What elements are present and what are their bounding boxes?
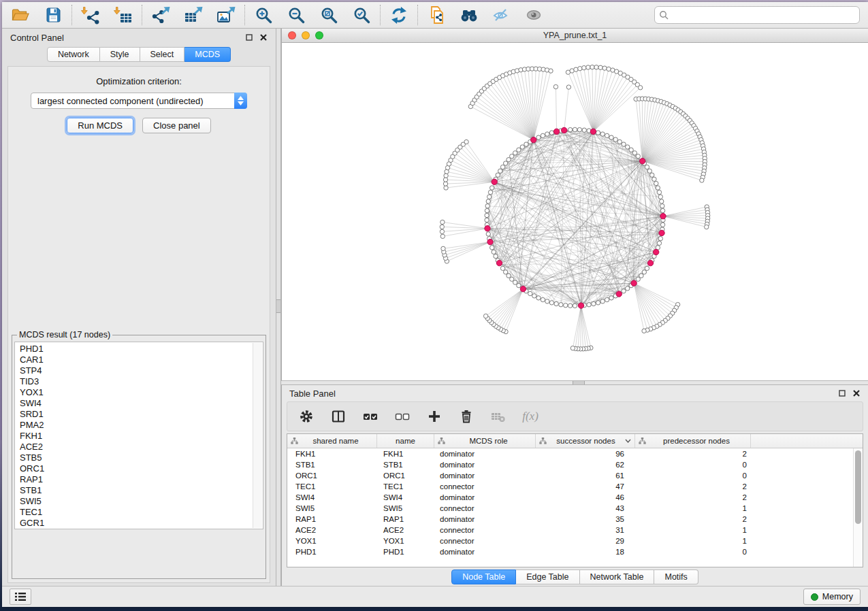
cell-name: SWI5 (377, 503, 434, 514)
hide-selected-button[interactable] (492, 5, 512, 25)
table-row[interactable]: SWI4SWI4dominator462 (287, 492, 863, 503)
mcds-result-item[interactable]: SRD1 (20, 409, 252, 420)
export-table-button[interactable] (183, 5, 204, 25)
toolbar-separator (142, 5, 142, 25)
table-row[interactable]: PHD1PHD1dominator180 (287, 546, 863, 557)
delete-table-button[interactable] (489, 408, 507, 425)
mcds-result-item[interactable]: STB1 (20, 485, 252, 496)
maximize-window-icon[interactable] (315, 31, 323, 39)
close-panel-button[interactable]: Close panel (142, 118, 211, 133)
mcds-result-item[interactable]: TID3 (20, 376, 252, 387)
table-scrollbar[interactable] (853, 448, 863, 567)
table-row[interactable]: RAP1RAP1dominator352 (287, 514, 863, 525)
mcds-result-item[interactable]: ACE2 (20, 442, 252, 452)
column-header-successor-nodes[interactable]: successor nodes (536, 434, 635, 448)
search-input[interactable] (669, 10, 855, 20)
mcds-result-item[interactable]: RAP1 (20, 474, 252, 485)
scrollbar-thumb[interactable] (855, 450, 861, 524)
table-row[interactable]: TEC1TEC1connector472 (287, 481, 863, 492)
float-panel-icon[interactable] (245, 33, 253, 42)
mcds-result-fieldset: MCDS result (17 nodes) PHD1CAR1STP4TID3Y… (12, 330, 266, 579)
task-history-button[interactable] (10, 589, 31, 605)
function-builder-button[interactable]: f(x) (521, 408, 539, 425)
table-settings-button[interactable] (298, 408, 315, 425)
refresh-view-button[interactable] (389, 5, 409, 25)
optimization-criterion-select[interactable]: largest connected component (undirected) (31, 93, 247, 109)
zoom-in-icon (255, 6, 273, 24)
cell-shared-name: ORC1 (287, 470, 377, 481)
tab-edge-table[interactable]: Edge Table (516, 569, 579, 584)
mcds-result-item[interactable]: STB5 (20, 452, 252, 463)
zoom-fit-icon (320, 6, 338, 24)
table-row[interactable]: SWI5SWI5connector431 (287, 503, 863, 514)
splitter-knob[interactable] (276, 299, 280, 313)
table-row[interactable]: YOX1YOX1connector291 (287, 535, 863, 546)
mcds-result-item[interactable]: GCR1 (20, 518, 252, 529)
delete-column-button[interactable] (457, 408, 475, 425)
add-column-button[interactable] (425, 408, 443, 425)
desktop-wallpaper: Control Panel Network Style Select MCDS … (0, 0, 868, 611)
zoom-fit-button[interactable] (319, 5, 339, 25)
splitter-knob[interactable] (573, 381, 585, 384)
vertical-splitter[interactable] (276, 29, 281, 586)
select-all-button[interactable] (361, 408, 379, 425)
column-header-name[interactable]: name (377, 434, 434, 448)
horizontal-splitter[interactable] (281, 380, 868, 385)
mcds-result-item[interactable]: YOX1 (20, 387, 252, 398)
memory-button[interactable]: Memory (803, 589, 861, 605)
fx-icon: f(x) (522, 410, 539, 423)
zoom-out-button[interactable] (286, 5, 306, 25)
cell-mcds-role: dominator (434, 459, 536, 470)
table-row[interactable]: ORC1ORC1dominator610 (287, 470, 863, 481)
network-graph[interactable] (282, 43, 868, 380)
column-header-shared-name[interactable]: shared name (287, 434, 377, 448)
copy-network-button[interactable] (426, 5, 447, 25)
import-table-icon (114, 6, 133, 24)
show-hidden-button[interactable] (524, 5, 545, 25)
save-session-button[interactable] (43, 5, 63, 25)
column-header-mcds-role[interactable]: MCDS role (434, 434, 536, 448)
tab-style[interactable]: Style (100, 47, 140, 62)
export-network-button[interactable] (150, 5, 171, 25)
mcds-result-item[interactable]: STP4 (20, 365, 252, 376)
tab-network-table[interactable]: Network Table (580, 569, 655, 584)
column-header-predecessor-nodes[interactable]: predecessor nodes (635, 434, 751, 448)
deselect-all-button[interactable] (393, 408, 411, 425)
cell-predecessor-nodes: 0 (635, 470, 751, 481)
tab-motifs[interactable]: Motifs (654, 569, 698, 584)
zoom-selected-button[interactable] (351, 5, 372, 25)
run-mcds-button[interactable]: Run MCDS (67, 118, 133, 133)
mcds-result-item[interactable]: PHD1 (20, 344, 252, 354)
open-file-button[interactable] (10, 5, 31, 25)
mcds-result-item[interactable]: SWI4 (20, 398, 252, 409)
tab-node-table[interactable]: Node Table (451, 569, 516, 584)
close-panel-icon[interactable] (259, 33, 268, 42)
mcds-result-item[interactable]: PMA2 (20, 420, 252, 431)
close-window-icon[interactable] (288, 31, 296, 39)
save-floppy-icon (44, 6, 62, 24)
mcds-result-item[interactable]: ORC1 (20, 463, 252, 474)
table-row[interactable]: ACE2ACE2connector311 (287, 525, 863, 535)
table-row[interactable]: FKH1FKH1dominator962 (287, 448, 863, 459)
float-panel-icon[interactable] (838, 389, 846, 397)
export-image-button[interactable] (216, 5, 236, 25)
mcds-result-item[interactable]: SWI5 (20, 496, 252, 507)
mcds-result-item[interactable]: TEC1 (20, 507, 252, 518)
table-row[interactable]: STB1STB1dominator620 (287, 459, 863, 470)
first-neighbors-button[interactable] (459, 5, 479, 25)
close-panel-icon[interactable] (852, 389, 861, 397)
result-list-scrollbar[interactable] (253, 343, 262, 528)
import-table-button[interactable] (113, 5, 133, 25)
tab-mcds[interactable]: MCDS (184, 47, 231, 62)
network-canvas[interactable] (282, 43, 868, 380)
import-network-button[interactable] (80, 5, 101, 25)
mcds-result-list[interactable]: PHD1CAR1STP4TID3YOX1SWI4SRD1PMA2FKH1ACE2… (14, 342, 263, 529)
minimize-window-icon[interactable] (302, 31, 310, 39)
tab-network[interactable]: Network (47, 47, 100, 62)
cell-name: RAP1 (377, 514, 434, 525)
mcds-result-item[interactable]: CAR1 (20, 354, 252, 365)
tab-select[interactable]: Select (140, 47, 185, 62)
mcds-result-item[interactable]: FKH1 (20, 431, 252, 442)
show-columns-button[interactable] (329, 408, 347, 425)
zoom-in-button[interactable] (253, 5, 274, 25)
